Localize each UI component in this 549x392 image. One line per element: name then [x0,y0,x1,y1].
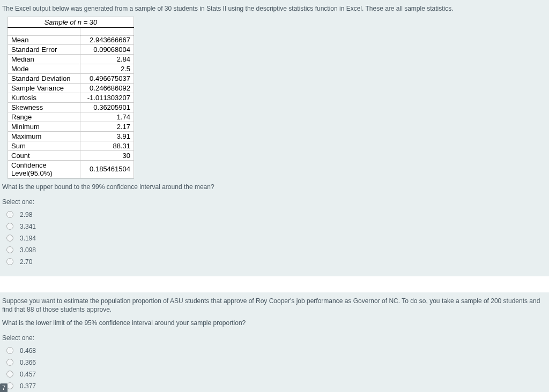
table-row: Count30 [8,150,134,160]
stat-value: 0.09068004 [80,44,134,54]
option-label: 0.468 [20,347,36,355]
stat-value: 2.5 [80,64,134,73]
option-label: 2.98 [20,211,32,218]
option-label: 0.366 [20,359,36,366]
radio-input[interactable] [6,235,13,242]
option-label: 3.341 [20,223,36,230]
question-divider [0,276,549,292]
table-row: Standard Deviation0.496675037 [8,73,134,83]
select-one-label-1: Select one: [2,198,547,206]
stat-label: Minimum [8,122,80,131]
stat-value: 88.31 [80,141,134,150]
stat-value: 1.74 [80,112,134,122]
question-2-block: Suppose you want to estimate the populat… [0,292,549,392]
radio-input[interactable] [6,211,13,218]
stat-value: 0.496675037 [80,73,134,83]
stat-label: Standard Error [8,44,80,54]
table-row: Standard Error0.09068004 [8,44,134,54]
answer-option[interactable]: 0.366 [2,357,547,368]
stat-value: 0.246686092 [80,83,134,93]
stat-label: Mode [8,64,80,73]
radio-input[interactable] [6,359,13,366]
stat-label: Maximum [8,131,80,141]
stat-value: -1.011303207 [80,93,134,102]
table-title-row: Sample of n = 30 [8,17,134,27]
page-badge: 7 [0,383,8,392]
option-label: 2.70 [20,258,32,266]
question-1-intro: The Excel output below was generated fro… [2,4,547,13]
table-row: Median2.84 [8,54,134,64]
table-row: Sum88.31 [8,141,134,150]
radio-input[interactable] [6,258,13,265]
radio-input[interactable] [6,371,13,378]
radio-input[interactable] [6,347,13,354]
table-row: Minimum2.17 [8,122,134,131]
answer-option[interactable]: 3.098 [2,244,547,256]
table-row: Sample Variance0.246686092 [8,83,134,93]
table-row: Mean2.943666667 [8,35,134,44]
table-row: Confidence Level(95.0%)0.185461504 [8,160,134,178]
answer-option[interactable]: 0.468 [2,345,547,357]
table-row: Skewness0.36205901 [8,102,134,112]
answer-option[interactable]: 3.194 [2,232,547,244]
stat-label: Mean [8,35,80,44]
stat-value: 0.36205901 [80,102,134,112]
table-title: Sample of n = 30 [8,17,134,27]
answer-option[interactable]: 2.98 [2,209,547,221]
stat-label: Skewness [8,102,80,112]
option-label: 0.377 [20,382,36,390]
option-label: 3.098 [20,246,36,254]
table-row: Maximum3.91 [8,131,134,141]
stat-label: Standard Deviation [8,73,80,83]
stat-value: 30 [80,150,134,160]
stat-label: Count [8,150,80,160]
stat-label: Kurtosis [8,93,80,102]
table-row: Kurtosis-1.011303207 [8,93,134,102]
stat-value: 0.185461504 [80,160,134,178]
answer-option[interactable]: 0.377 [2,380,547,392]
descriptive-stats-table: Sample of n = 30 Mean2.943666667Standard… [8,17,134,178]
option-label: 3.194 [20,235,36,242]
table-row: Range1.74 [8,112,134,122]
stat-value: 3.91 [80,131,134,141]
answer-option[interactable]: 2.70 [2,256,547,268]
stat-label: Range [8,112,80,122]
question-1-prompt: What is the upper bound to the 99% confi… [2,183,547,192]
question-2-prompt: What is the lower limit of the 95% confi… [2,319,547,328]
question-1-block: The Excel output below was generated fro… [0,0,549,276]
stat-value: 2.943666667 [80,35,134,44]
stat-label: Sum [8,141,80,150]
stat-label: Sample Variance [8,83,80,93]
option-label: 0.457 [20,371,36,378]
table-spacer-row [8,27,134,35]
question-2-intro: Suppose you want to estimate the populat… [2,297,547,315]
answer-option[interactable]: 3.341 [2,221,547,232]
stat-label: Median [8,54,80,64]
stat-value: 2.84 [80,54,134,64]
select-one-label-2: Select one: [2,334,547,342]
table-row: Mode2.5 [8,64,134,73]
radio-input[interactable] [6,246,13,253]
answer-option[interactable]: 0.457 [2,368,547,380]
radio-input[interactable] [6,223,13,230]
stat-label: Confidence Level(95.0%) [8,160,80,178]
stat-value: 2.17 [80,122,134,131]
